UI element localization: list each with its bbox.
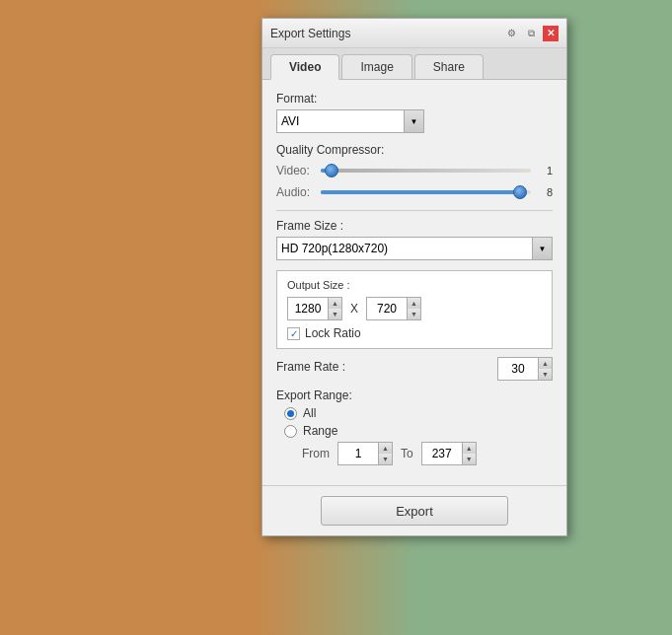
from-label: From [302,447,330,460]
from-spinbox-btns: ▲ ▼ [378,443,392,464]
frame-rate-spinbox: ▲ ▼ [497,357,553,381]
divider-1 [276,210,553,211]
to-up-btn[interactable]: ▲ [462,443,476,454]
width-down-btn[interactable]: ▼ [328,309,341,319]
frame-rate-spinbox-btns: ▲ ▼ [538,358,552,380]
radio-range-row: Range [276,424,553,438]
from-down-btn[interactable]: ▼ [378,454,392,464]
radio-all[interactable] [284,407,297,420]
lock-ratio-checkbox[interactable] [287,327,300,340]
audio-slider-label: Audio: [276,185,321,199]
lock-ratio-row: Lock Ratio [287,326,542,340]
height-down-btn[interactable]: ▼ [407,309,420,319]
x-separator: X [350,302,358,316]
frame-rate-down-btn[interactable]: ▼ [538,369,552,380]
restore-button[interactable]: ⧉ [523,26,539,41]
to-spinbox-btns: ▲ ▼ [462,443,476,464]
output-size-box: Output Size : ▲ ▼ X ▲ ▼ [276,270,553,349]
tab-video[interactable]: Video [270,54,339,80]
width-input[interactable] [288,298,328,319]
export-range-label: Export Range: [276,388,553,402]
output-size-label: Output Size : [287,279,542,291]
frame-size-arrow[interactable]: ▼ [533,237,553,260]
video-slider-label: Video: [276,164,321,177]
radio-all-row: All [276,406,553,420]
title-controls: ⚙ ⧉ ✕ [503,26,559,41]
width-spinbox-btns: ▲ ▼ [328,298,341,319]
export-button[interactable]: Export [321,496,508,526]
frame-size-dropdown[interactable]: HD 720p(1280x720) [276,237,533,260]
frame-rate-input[interactable] [498,358,538,380]
format-dropdown[interactable]: AVI [276,109,405,133]
height-input[interactable] [367,298,407,319]
format-row: AVI ▼ [276,109,553,133]
audio-slider-container [321,184,531,200]
output-size-spinbox-row: ▲ ▼ X ▲ ▼ [287,297,542,320]
quality-section: Quality Compressor: Video: 1 Audio: [276,143,553,200]
from-spinbox: ▲ ▼ [337,442,393,465]
dialog-title: Export Settings [270,27,350,40]
radio-range-label: Range [303,424,337,438]
format-label: Format: [276,92,553,106]
audio-slider-thumb[interactable] [513,185,527,199]
settings-button[interactable]: ⚙ [503,26,519,41]
to-spinbox: ▲ ▼ [421,442,477,465]
export-range-section: Export Range: All Range From ▲ ▼ To [276,388,553,465]
to-down-btn[interactable]: ▼ [462,454,476,464]
frame-rate-row: Frame Rate : ▲ ▼ [276,357,553,381]
audio-slider-track [321,190,531,194]
height-spinbox: ▲ ▼ [366,297,421,320]
from-input[interactable] [338,443,378,464]
video-slider-row: Video: 1 [276,163,553,178]
frame-size-section: Frame Size : HD 720p(1280x720) ▼ [276,219,553,260]
tab-bar: Video Image Share [262,48,566,80]
frame-size-row: HD 720p(1280x720) ▼ [276,237,553,260]
export-btn-row: Export [262,485,566,535]
from-up-btn[interactable]: ▲ [378,443,392,454]
to-input[interactable] [422,443,462,464]
to-label: To [401,447,413,460]
close-button[interactable]: ✕ [543,26,559,41]
format-dropdown-arrow[interactable]: ▼ [405,109,424,133]
frame-rate-up-btn[interactable]: ▲ [538,358,552,369]
tab-image[interactable]: Image [341,54,411,79]
radio-range[interactable] [284,425,297,438]
frame-rate-label: Frame Rate : [276,360,345,374]
height-spinbox-btns: ▲ ▼ [407,298,420,319]
width-spinbox: ▲ ▼ [287,297,342,320]
frame-size-label: Frame Size : [276,219,553,233]
audio-slider-row: Audio: 8 [276,184,553,200]
video-slider-thumb[interactable] [325,164,338,177]
tab-share[interactable]: Share [414,54,484,79]
video-slider-track [321,169,531,173]
title-bar: Export Settings ⚙ ⧉ ✕ [262,19,566,48]
quality-label: Quality Compressor: [276,143,553,157]
lock-ratio-label: Lock Ratio [305,326,361,340]
width-up-btn[interactable]: ▲ [328,298,341,309]
radio-all-label: All [303,406,316,420]
video-slider-value: 1 [535,165,553,176]
height-up-btn[interactable]: ▲ [407,298,420,309]
video-slider-container [321,163,531,178]
range-inputs-row: From ▲ ▼ To ▲ ▼ [276,442,553,465]
audio-slider-fill [321,190,520,194]
export-dialog: Export Settings ⚙ ⧉ ✕ Video Image Share … [261,18,567,536]
dialog-content: Format: AVI ▼ Quality Compressor: Video:… [262,80,566,485]
audio-slider-value: 8 [535,186,553,198]
